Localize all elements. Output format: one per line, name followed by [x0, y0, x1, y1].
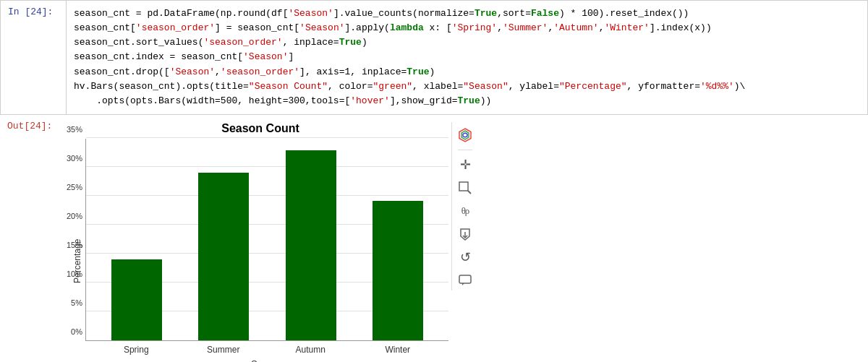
x-label-spring: Spring: [93, 345, 180, 355]
chart-inner: Percentage 35%30%25%20%15%10%5%0% Spring…: [72, 139, 448, 362]
help-tool-button[interactable]: [455, 270, 475, 290]
y-tick-label: 20%: [67, 212, 86, 220]
svg-line-4: [468, 191, 471, 194]
y-tick-label: 25%: [67, 183, 86, 191]
svg-rect-6: [459, 275, 471, 283]
x-axis-labels: SpringSummerAutumnWinter: [85, 345, 448, 355]
svg-rect-3: [459, 182, 468, 191]
hover-tool-button[interactable]: θρ: [455, 201, 475, 221]
y-tick-label: 5%: [71, 298, 86, 307]
output-cell: Out[24]: Season Count Percentage 35%30%2…: [0, 115, 868, 362]
svg-marker-2: [463, 133, 467, 137]
y-tick-label: 10%: [67, 270, 86, 278]
y-tick-label: 35%: [67, 125, 86, 134]
cell-in-label: In [24]:: [1, 1, 66, 114]
code-line-1: season_cnt = pd.DataFrame(np.round(df['S…: [74, 7, 860, 21]
chart-toolbar: ✛θρ↺: [451, 122, 475, 290]
x-axis-title: Season: [85, 358, 448, 362]
bar-spring[interactable]: [111, 259, 162, 340]
y-tick-label: 15%: [67, 241, 86, 249]
code-line-6: hv.Bars(season_cnt).opts(title="Season C…: [74, 79, 860, 94]
chart-plot: 35%30%25%20%15%10%5%0% SpringSummerAutum…: [85, 139, 448, 362]
bars-container: [93, 139, 441, 340]
x-label-summer: Summer: [180, 345, 268, 355]
notebook-container: In [24]: season_cnt = pd.DataFrame(np.ro…: [0, 0, 868, 362]
save-tool-button[interactable]: [455, 224, 475, 244]
bar-group: [354, 201, 441, 340]
reset-tool-button[interactable]: ↺: [455, 247, 475, 267]
pan-tool-button[interactable]: ✛: [455, 155, 475, 175]
code-content: season_cnt = pd.DataFrame(np.round(df['S…: [66, 1, 867, 114]
y-tick-label: 30%: [67, 154, 86, 163]
code-line-7: .opts(opts.Bars(width=500, height=300,to…: [74, 94, 860, 108]
code-cell: In [24]: season_cnt = pd.DataFrame(np.ro…: [0, 0, 868, 115]
cell-out-label: Out[24]:: [0, 115, 65, 362]
bar-summer[interactable]: [198, 173, 249, 340]
x-label-autumn: Autumn: [267, 345, 354, 355]
toolbar-divider: [458, 150, 472, 150]
chart-area: Season Count Percentage 35%30%25%20%15%1…: [72, 122, 448, 362]
output-content: Season Count Percentage 35%30%25%20%15%1…: [65, 115, 868, 362]
code-line-4: season_cnt.index = season_cnt['Season']: [74, 50, 860, 64]
chart-title: Season Count: [72, 122, 448, 135]
code-line-5: season_cnt.drop(['Season','season_order'…: [74, 65, 860, 79]
box-zoom-tool-button[interactable]: [455, 178, 475, 198]
bar-group: [268, 150, 354, 340]
bar-winter[interactable]: [373, 201, 423, 340]
bar-autumn[interactable]: [286, 150, 336, 340]
code-line-2: season_cnt['season_order'] = season_cnt[…: [74, 21, 860, 35]
y-tick-label: 0%: [71, 327, 86, 336]
bar-group: [93, 259, 180, 340]
x-label-winter: Winter: [354, 345, 442, 355]
code-line-3: season_cnt.sort_values('season_order', i…: [74, 35, 860, 50]
bar-group: [180, 173, 267, 340]
holoviews-logo-button[interactable]: [455, 125, 475, 145]
chart-wrapper: Season Count Percentage 35%30%25%20%15%1…: [72, 122, 475, 362]
grid-and-bars: 35%30%25%20%15%10%5%0%: [85, 139, 448, 341]
grid-line: [86, 137, 448, 138]
